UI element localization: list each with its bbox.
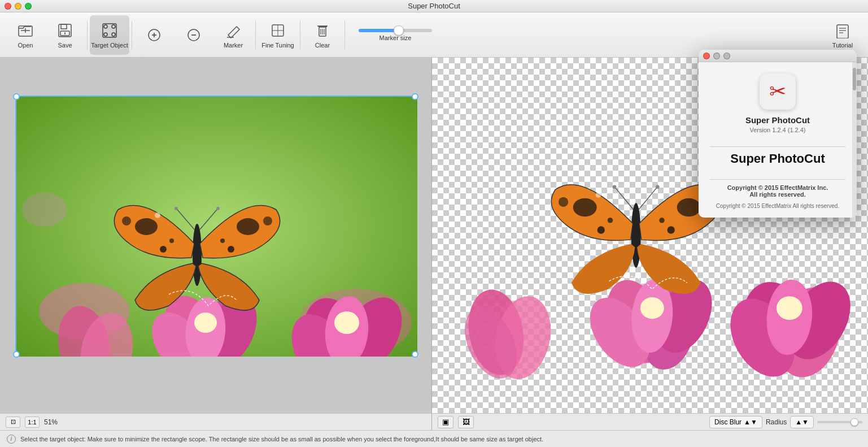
target-object-tool[interactable]: Target Object (90, 15, 129, 55)
marker-add-icon (145, 26, 163, 44)
svg-point-81 (597, 226, 605, 233)
close-button[interactable] (5, 3, 11, 10)
view-single-button[interactable]: ▣ (438, 416, 453, 428)
about-brand: Super PhotoCut (730, 151, 825, 166)
svg-point-77 (559, 197, 568, 207)
svg-point-88 (656, 185, 660, 189)
marker-size-slider[interactable] (359, 29, 432, 32)
radius-slider[interactable] (817, 421, 862, 423)
svg-point-78 (596, 192, 601, 198)
fine-tuning-icon (269, 21, 287, 40)
open-tool[interactable]: Open (6, 15, 45, 55)
crop-handle-br[interactable] (412, 351, 418, 358)
target-object-label: Target Object (91, 42, 128, 49)
marker-size-label: Marker size (380, 34, 412, 41)
about-close-button[interactable] (703, 53, 710, 59)
window-controls[interactable] (5, 3, 32, 10)
toolbar-separator-1 (87, 21, 88, 49)
tutorial-label: Tutorial (832, 42, 853, 49)
about-content: ✂ Super PhotoCut Version 1.2.4 (1.2.4) S… (699, 62, 857, 218)
svg-point-37 (194, 313, 217, 333)
crop-handle-tl[interactable] (13, 93, 20, 100)
about-scrollbar[interactable] (852, 62, 857, 218)
open-label: Open (18, 42, 33, 49)
svg-point-50 (237, 218, 259, 235)
target-object-icon (101, 21, 119, 40)
marker-remove-tool[interactable] (174, 15, 213, 55)
about-divider-1 (710, 146, 845, 147)
zoom-fit-button[interactable]: ⊡ (6, 416, 20, 428)
right-bottom-bar: ▣ 🖼 Disc Blur ▲▼ Radius ▲▼ (432, 413, 868, 430)
effect-select[interactable]: Disc Blur ▲▼ (709, 416, 762, 428)
about-maximize-button[interactable] (723, 53, 730, 59)
marker-add-tool[interactable] (134, 15, 174, 55)
effect-select-chevron: ▲▼ (744, 418, 757, 426)
marker-remove-icon (185, 26, 203, 44)
svg-point-51 (263, 216, 272, 225)
scissors-icon: ✂ (769, 80, 786, 103)
left-bottom-bar: ⊡ 1:1 51% (0, 413, 431, 430)
svg-point-47 (135, 218, 158, 235)
marker-label: Marker (224, 42, 243, 49)
clear-tool[interactable]: Clear (303, 15, 342, 55)
svg-point-7 (112, 25, 115, 28)
svg-rect-2 (61, 24, 67, 29)
radius-label: Radius (766, 418, 787, 426)
tutorial-tool[interactable]: Tutorial (823, 21, 862, 49)
original-image (15, 96, 416, 355)
crop-handle-tr[interactable] (412, 93, 418, 100)
status-bar: i Select the target object: Make sure to… (0, 430, 868, 447)
zoom-level: 51% (44, 418, 58, 426)
marker-eraser-tool[interactable]: Marker (213, 15, 253, 55)
about-copyright2: Copyright © 2015 EffectMatrix All rights… (716, 203, 839, 209)
svg-point-82 (608, 218, 613, 223)
about-title-bar (699, 50, 857, 62)
svg-point-8 (104, 33, 107, 36)
status-icon: i (7, 435, 16, 444)
minimize-button[interactable] (15, 3, 21, 10)
app-icon: ✂ (760, 73, 796, 110)
zoom-1to1-button[interactable]: 1:1 (25, 416, 40, 428)
svg-point-6 (104, 25, 107, 28)
maximize-button[interactable] (25, 3, 32, 10)
fine-tuning-label: Fine Tuning (261, 42, 294, 49)
open-icon (16, 21, 34, 40)
svg-point-65 (640, 297, 664, 319)
svg-point-71 (777, 296, 802, 320)
title-bar: Super PhotoCut (0, 0, 868, 12)
fine-tuning-tool[interactable]: Fine Tuning (258, 15, 298, 55)
view-single-icon: ▣ (442, 418, 449, 426)
app-title: Super PhotoCut (408, 2, 460, 10)
svg-point-83 (667, 226, 674, 233)
about-window-controls[interactable] (703, 53, 730, 59)
svg-point-55 (220, 238, 225, 243)
save-icon (56, 21, 74, 40)
svg-point-31 (22, 193, 67, 227)
about-minimize-button[interactable] (713, 53, 720, 59)
clear-label: Clear (315, 42, 330, 49)
image-canvas (15, 96, 416, 355)
save-tool[interactable]: Save (45, 15, 85, 55)
svg-point-46 (193, 224, 202, 286)
svg-point-53 (169, 238, 174, 243)
svg-rect-5 (103, 24, 116, 37)
about-copyright1: Copyright © 2015 EffectMatrix Inc.All ri… (727, 184, 828, 198)
about-scrollbar-thumb[interactable] (853, 68, 856, 90)
butterfly-svg (16, 97, 417, 357)
svg-point-84 (659, 218, 665, 223)
toolbar-separator-4 (300, 21, 300, 49)
save-label: Save (58, 42, 72, 49)
svg-point-48 (122, 216, 131, 225)
svg-rect-24 (837, 25, 848, 38)
view-image-button[interactable]: 🖼 (458, 416, 474, 428)
tutorial-icon (834, 21, 852, 40)
effect-controls: Disc Blur ▲▼ Radius ▲▼ (709, 416, 862, 428)
radius-select[interactable]: ▲▼ (790, 416, 814, 428)
marker-size-control: Marker size (359, 29, 432, 41)
toolbar-separator-2 (132, 21, 132, 49)
crop-handle-bl[interactable] (13, 351, 20, 358)
svg-point-52 (160, 246, 167, 253)
view-image-icon: 🖼 (463, 418, 470, 426)
svg-point-79 (677, 198, 701, 216)
about-version: Version 1.2.4 (1.2.4) (749, 127, 805, 133)
